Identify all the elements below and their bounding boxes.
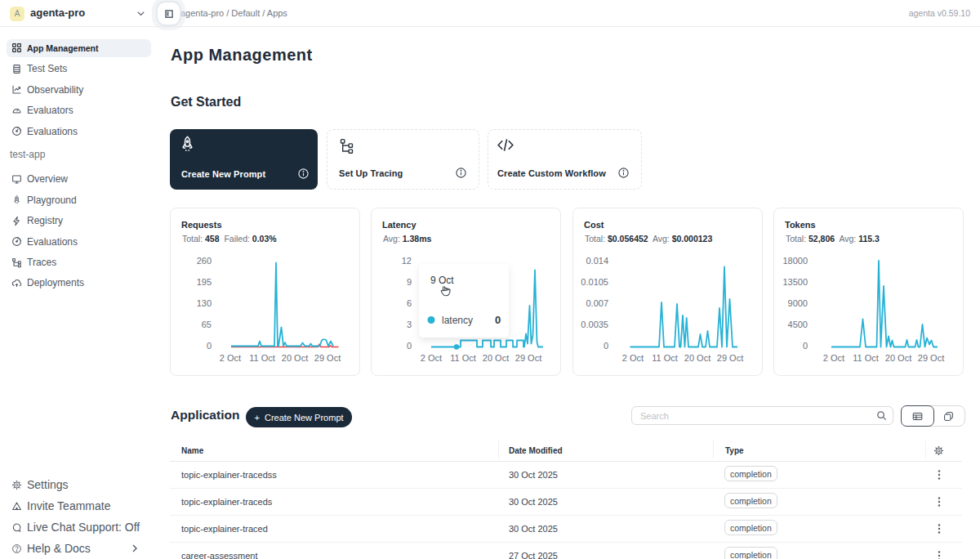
svg-text:29 Oct: 29 Oct: [918, 353, 944, 363]
svg-text:0.007: 0.007: [586, 298, 608, 308]
svg-text:11 Oct: 11 Oct: [853, 353, 879, 363]
svg-text:9000: 9000: [788, 298, 808, 308]
svg-text:2 Oct: 2 Oct: [421, 353, 442, 363]
svg-text:18000: 18000: [782, 256, 808, 266]
svg-text:2 Oct: 2 Oct: [220, 353, 241, 363]
svg-text:195: 195: [197, 277, 212, 287]
svg-text:9 Oct: 9 Oct: [430, 275, 454, 286]
svg-text:9: 9: [407, 277, 412, 287]
svg-text:130: 130: [197, 298, 212, 308]
svg-text:29 Oct: 29 Oct: [314, 353, 341, 363]
svg-text:0: 0: [803, 341, 808, 351]
svg-text:2 Oct: 2 Oct: [823, 353, 844, 363]
svg-text:3: 3: [407, 320, 412, 329]
svg-text:4500: 4500: [788, 320, 808, 329]
svg-text:0: 0: [407, 341, 412, 351]
svg-text:20 Oct: 20 Oct: [684, 353, 710, 363]
svg-text:0.0105: 0.0105: [581, 277, 608, 287]
svg-text:65: 65: [202, 320, 212, 329]
svg-text:0.014: 0.014: [586, 256, 608, 266]
svg-text:20 Oct: 20 Oct: [282, 353, 308, 363]
svg-text:29 Oct: 29 Oct: [515, 353, 541, 363]
svg-text:latency: latency: [442, 315, 473, 326]
svg-text:11 Oct: 11 Oct: [652, 353, 678, 363]
svg-text:20 Oct: 20 Oct: [483, 353, 509, 363]
svg-text:20 Oct: 20 Oct: [885, 353, 911, 363]
svg-text:2 Oct: 2 Oct: [622, 353, 644, 363]
svg-text:11 Oct: 11 Oct: [450, 353, 476, 363]
svg-text:0: 0: [207, 341, 212, 351]
svg-text:260: 260: [197, 256, 212, 266]
svg-text:0.0035: 0.0035: [581, 320, 608, 329]
svg-text:12: 12: [402, 256, 412, 266]
svg-text:0: 0: [495, 314, 501, 326]
svg-text:11 Oct: 11 Oct: [249, 353, 275, 363]
svg-text:6: 6: [407, 298, 412, 308]
svg-text:13500: 13500: [782, 277, 808, 287]
svg-text:29 Oct: 29 Oct: [717, 353, 743, 363]
svg-text:0: 0: [604, 341, 608, 351]
